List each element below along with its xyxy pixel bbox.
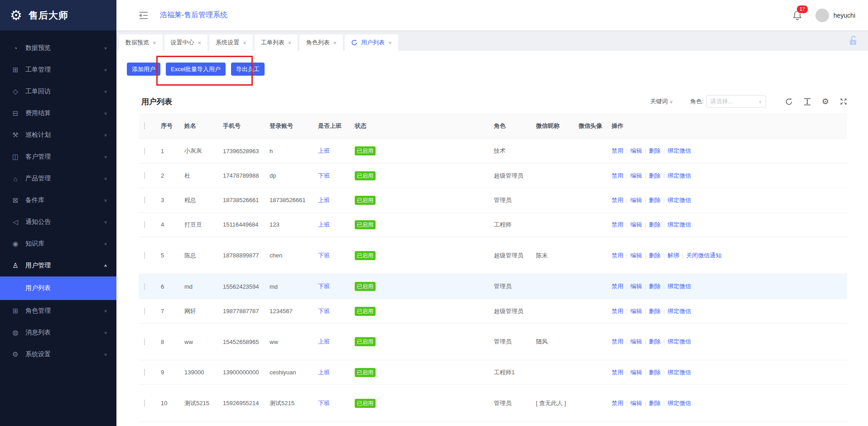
action-link-编辑[interactable]: 编辑 [630, 196, 642, 204]
sidebar-item-github[interactable]: ◉ 知识库 ∨ [0, 233, 116, 255]
action-link-禁用[interactable]: 禁用 [612, 172, 623, 180]
action-link-禁用[interactable]: 禁用 [612, 368, 623, 377]
action-link-编辑[interactable]: 编辑 [630, 221, 642, 229]
action-link-禁用[interactable]: 禁用 [612, 338, 623, 346]
action-link-绑定微信[interactable]: 绑定微信 [667, 399, 691, 407]
row-checkbox[interactable] [144, 369, 145, 376]
sidebar-item-box[interactable]: ⊠ 备件库 ∨ [0, 189, 116, 211]
tab-close-icon[interactable]: × [243, 39, 246, 46]
tab-close-icon[interactable]: × [198, 39, 202, 46]
sidebar-item-megaphone[interactable]: ◁ 通知公告 ∨ [0, 211, 116, 233]
action-link-关闭微信通知[interactable]: 关闭微信通知 [686, 252, 722, 260]
action-link-编辑[interactable]: 编辑 [630, 399, 642, 407]
tab-close-icon[interactable]: × [288, 39, 292, 46]
action-link-编辑[interactable]: 编辑 [630, 307, 642, 315]
action-link-删除[interactable]: 删除 [649, 252, 661, 260]
row-checkbox[interactable] [144, 308, 145, 315]
export-staff-button[interactable]: 导出员工 [231, 63, 265, 76]
settings-icon[interactable]: ⚙ [822, 97, 829, 106]
action-link-删除[interactable]: 删除 [649, 399, 661, 407]
select-all-checkbox[interactable] [144, 122, 145, 129]
sidebar-item-grid[interactable]: ⊞ 工单管理 ∨ [0, 59, 116, 81]
action-link-绑定微信[interactable]: 绑定微信 [667, 172, 691, 180]
action-link-禁用[interactable]: 禁用 [612, 147, 623, 155]
sidebar-item-gear[interactable]: ⚙ 系统设置 ∨ [0, 344, 116, 365]
action-link-删除[interactable]: 删除 [649, 221, 661, 229]
action-link-绑定微信[interactable]: 绑定微信 [667, 147, 691, 155]
sidebar-collapse-icon[interactable] [139, 11, 148, 19]
row-checkbox[interactable] [144, 172, 145, 179]
duty-toggle-link[interactable]: 下班 [318, 308, 330, 315]
sidebar-item-tag[interactable]: ◇ 工单回访 ∨ [0, 81, 116, 102]
action-link-删除[interactable]: 删除 [649, 307, 661, 315]
row-checkbox[interactable] [144, 221, 145, 228]
action-link-禁用[interactable]: 禁用 [612, 399, 623, 407]
tab-数据预览[interactable]: 数据预览 × [119, 34, 163, 51]
sidebar-item-wrench[interactable]: ⚒ 巡检计划 ∨ [0, 124, 116, 146]
column-height-icon[interactable] [804, 98, 811, 106]
add-user-button[interactable]: 添加用户 [127, 63, 160, 76]
action-link-编辑[interactable]: 编辑 [630, 172, 642, 180]
sidebar-item-calendar[interactable]: ⊟ 费用结算 ∨ [0, 102, 116, 124]
row-checkbox[interactable] [144, 283, 145, 290]
username-label[interactable]: heyuchi [834, 12, 855, 19]
keyword-dropdown[interactable]: 关键词∨ [650, 97, 673, 106]
sidebar-item-idcard[interactable]: ◫ 客户管理 ∨ [0, 146, 116, 168]
action-link-禁用[interactable]: 禁用 [612, 282, 623, 290]
sidebar-item-dashboard[interactable]: ◔ 数据预览 ∨ [0, 37, 116, 59]
row-checkbox[interactable] [144, 148, 145, 155]
action-link-删除[interactable]: 删除 [649, 196, 661, 204]
unlock-icon[interactable] [848, 35, 858, 46]
action-link-禁用[interactable]: 禁用 [612, 252, 623, 260]
refresh-icon[interactable] [785, 98, 793, 106]
duty-toggle-link[interactable]: 上班 [318, 147, 330, 154]
duty-toggle-link[interactable]: 上班 [318, 369, 330, 376]
action-link-删除[interactable]: 删除 [649, 282, 661, 290]
row-checkbox[interactable] [144, 400, 145, 407]
role-select[interactable]: 请选择... ∨ [706, 95, 766, 108]
user-avatar[interactable] [815, 9, 829, 22]
row-checkbox[interactable] [144, 252, 145, 259]
sidebar-item-message[interactable]: ◍ 消息列表 ∨ [0, 322, 116, 344]
duty-toggle-link[interactable]: 上班 [318, 338, 330, 345]
action-link-绑定微信[interactable]: 绑定微信 [667, 196, 691, 204]
action-link-编辑[interactable]: 编辑 [630, 368, 642, 377]
tab-角色列表[interactable]: 角色列表 × [299, 34, 343, 51]
action-link-绑定微信[interactable]: 绑定微信 [667, 282, 691, 290]
action-link-编辑[interactable]: 编辑 [630, 147, 642, 155]
action-link-禁用[interactable]: 禁用 [612, 307, 623, 315]
sidebar-item-user-list-active[interactable]: 用户列表 [0, 276, 116, 300]
action-link-删除[interactable]: 删除 [649, 368, 661, 377]
tab-工单列表[interactable]: 工单列表 × [255, 34, 298, 51]
notification-bell[interactable]: 17 [793, 10, 802, 20]
action-link-绑定微信[interactable]: 绑定微信 [667, 307, 691, 315]
duty-toggle-link[interactable]: 下班 [318, 252, 330, 259]
sidebar-item-bag[interactable]: ⌂ 产品管理 ∨ [0, 168, 116, 189]
row-checkbox[interactable] [144, 339, 145, 345]
action-link-绑定微信[interactable]: 绑定微信 [667, 368, 691, 377]
action-link-删除[interactable]: 删除 [649, 172, 661, 180]
action-link-禁用[interactable]: 禁用 [612, 221, 623, 229]
action-link-删除[interactable]: 删除 [649, 338, 661, 346]
action-link-编辑[interactable]: 编辑 [630, 282, 642, 290]
duty-toggle-link[interactable]: 下班 [318, 283, 330, 290]
sidebar-item-roles[interactable]: ⊞ 角色管理 ∨ [0, 300, 116, 322]
action-link-编辑[interactable]: 编辑 [630, 338, 642, 346]
action-link-解绑[interactable]: 解绑 [667, 252, 679, 260]
duty-toggle-link[interactable]: 上班 [318, 221, 330, 228]
excel-import-button[interactable]: Excel批量导入用户 [166, 63, 226, 76]
tab-close-icon[interactable]: × [333, 39, 337, 46]
action-link-绑定微信[interactable]: 绑定微信 [667, 221, 691, 229]
duty-toggle-link[interactable]: 上班 [318, 197, 330, 203]
tab-close-icon[interactable]: × [388, 39, 392, 46]
fullscreen-icon[interactable] [840, 98, 847, 105]
action-link-绑定微信[interactable]: 绑定微信 [667, 338, 691, 346]
tab-系统设置[interactable]: 系统设置 × [209, 34, 253, 51]
duty-toggle-link[interactable]: 下班 [318, 172, 330, 179]
action-link-编辑[interactable]: 编辑 [630, 252, 642, 260]
duty-toggle-link[interactable]: 下班 [318, 400, 330, 407]
action-link-删除[interactable]: 删除 [649, 147, 661, 155]
tab-close-icon[interactable]: × [153, 39, 156, 46]
tab-设置中心[interactable]: 设置中心 × [164, 34, 208, 51]
tab-用户列表[interactable]: 用户列表 × [345, 34, 398, 51]
